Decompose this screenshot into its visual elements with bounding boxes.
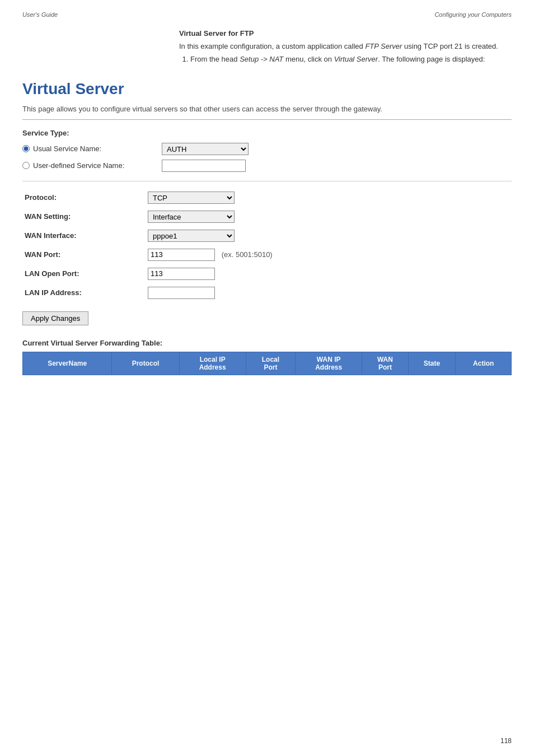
lan-open-port-label: LAN Open Port:	[22, 264, 146, 283]
col-state: State	[408, 352, 456, 375]
col-local-port: LocalPort	[246, 352, 296, 375]
user-defined-service-radio[interactable]	[22, 162, 30, 169]
page-title: Virtual Server	[22, 80, 512, 98]
intro-section: Virtual Server for FTP In this example c…	[179, 29, 512, 63]
lan-open-port-row: LAN Open Port:	[22, 264, 512, 283]
usual-service-label: Usual Service Name:	[33, 144, 162, 153]
lan-ip-address-label: LAN IP Address:	[22, 283, 146, 302]
col-local-ip: Local IPAddress	[179, 352, 246, 375]
col-protocol: Protocol	[112, 352, 179, 375]
form-fields-table: Protocol: TCP UDP TCP/UDP WAN Setting: I…	[22, 188, 512, 302]
lan-ip-address-row: LAN IP Address:	[22, 283, 512, 302]
header-left: User's Guide	[22, 11, 58, 18]
wan-setting-row: WAN Setting: Interface All	[22, 207, 512, 226]
service-type-section: Service Type: Usual Service Name: AUTH D…	[22, 129, 512, 172]
page-number: 118	[500, 737, 512, 745]
wan-interface-label: WAN Interface:	[22, 226, 146, 245]
wan-port-label: WAN Port:	[22, 245, 146, 264]
col-wan-port: WANPort	[362, 352, 408, 375]
user-defined-service-input[interactable]	[162, 160, 246, 172]
col-wan-ip: WAN IPAddress	[296, 352, 362, 375]
lan-open-port-input[interactable]	[148, 268, 215, 280]
apply-changes-button[interactable]: Apply Changes	[22, 311, 88, 325]
user-defined-service-row: User-defined Service Name:	[22, 160, 512, 172]
usual-service-row: Usual Service Name: AUTH DNS FTP HTTP HT…	[22, 143, 512, 155]
usual-service-radio[interactable]	[22, 145, 30, 152]
wan-interface-select[interactable]: pppoe1 pppoe2	[148, 230, 235, 242]
section-divider	[22, 119, 512, 120]
table-header-row: ServerName Protocol Local IPAddress Loca…	[23, 352, 512, 375]
col-action: Action	[456, 352, 512, 375]
usual-service-select[interactable]: AUTH DNS FTP HTTP HTTPS SMTP SSH TELNET	[162, 143, 249, 155]
wan-port-input[interactable]	[148, 249, 215, 261]
lan-ip-address-input[interactable]	[148, 287, 215, 299]
wan-setting-select[interactable]: Interface All	[148, 211, 235, 223]
wan-setting-label: WAN Setting:	[22, 207, 146, 226]
protocol-select[interactable]: TCP UDP TCP/UDP	[148, 192, 235, 204]
intro-step-1: From the head Setup -> NAT menu, click o…	[190, 55, 512, 63]
intro-title: Virtual Server for FTP	[179, 29, 512, 38]
page-description: This page allows you to configure virtua…	[22, 104, 512, 115]
service-type-label: Service Type:	[22, 129, 512, 137]
col-server-name: ServerName	[23, 352, 112, 375]
user-defined-service-label: User-defined Service Name:	[33, 161, 162, 170]
protocol-label: Protocol:	[22, 188, 146, 207]
wan-interface-row: WAN Interface: pppoe1 pppoe2	[22, 226, 512, 245]
intro-paragraph: In this example configuration, a custom …	[179, 42, 512, 50]
forwarding-table-title: Current Virtual Server Forwarding Table:	[22, 339, 512, 347]
wan-port-example: (ex. 5001:5010)	[222, 250, 273, 259]
header-right: Configuring your Computers	[434, 11, 512, 18]
thin-divider-1	[22, 181, 512, 181]
forwarding-table: ServerName Protocol Local IPAddress Loca…	[22, 352, 512, 375]
intro-steps: From the head Setup -> NAT menu, click o…	[190, 55, 512, 63]
wan-port-row: WAN Port: (ex. 5001:5010)	[22, 245, 512, 264]
protocol-row: Protocol: TCP UDP TCP/UDP	[22, 188, 512, 207]
